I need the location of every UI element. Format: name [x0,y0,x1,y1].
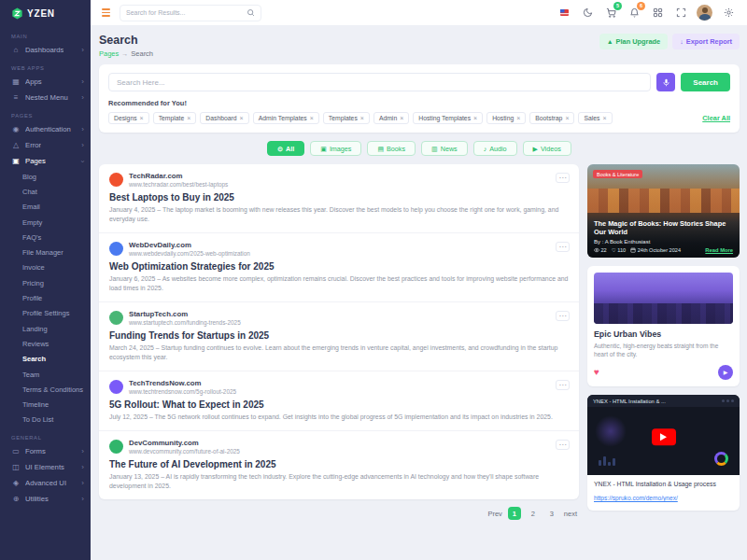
dark-mode-icon[interactable] [580,6,595,21]
filter-button[interactable]: ▶ Videos [523,141,571,156]
sidebar-subitem[interactable]: Team [0,367,91,382]
sidebar-subitem[interactable]: FAQ's [0,230,91,245]
remove-tag-icon[interactable]: × [565,115,569,121]
filter-button[interactable]: ▥ News [421,141,468,156]
menu-toggle-icon[interactable] [102,8,110,17]
result-title[interactable]: Best Laptops to Buy in 2025 [109,192,569,203]
cart-icon[interactable]: 5 [603,6,618,21]
sidebar-item-pages[interactable]: ▣ Pages › [0,153,91,169]
pagination-page[interactable]: 2 [527,507,540,520]
search-icon[interactable] [247,8,255,17]
result-more-button[interactable]: ⋯ [556,173,570,183]
notifications-bell-icon[interactable]: 6 [627,6,641,21]
remove-tag-icon[interactable]: × [140,115,144,121]
result-url[interactable]: www.devcommunity.com/future-of-ai-2025 [129,448,240,455]
user-avatar[interactable] [697,5,712,21]
remove-tag-icon[interactable]: × [187,115,190,121]
result-more-button[interactable]: ⋯ [556,440,570,450]
tag-chip[interactable]: Hosting × [486,112,526,124]
plan-upgrade-button[interactable]: ▲ Plan Upgrade [599,34,669,49]
sidebar-subitem[interactable]: Profile [0,290,91,305]
sidebar-item[interactable]: ◈ Advanced UI › [0,475,91,491]
tag-chip[interactable]: Templates × [323,112,370,124]
remove-tag-icon[interactable]: × [473,115,477,121]
remove-tag-icon[interactable]: × [516,115,520,121]
youtube-play-button[interactable] [652,429,676,446]
sidebar-item[interactable]: ≡ Nested Menu › [0,90,91,105]
sidebar-item[interactable]: ⌂ Dashboards › [0,42,91,58]
video-thumbnail[interactable]: YNEX - HTML Installation & ... [587,395,740,475]
remove-tag-icon[interactable]: × [310,115,314,121]
result-site[interactable]: TechRadar.com [129,172,228,180]
brand[interactable]: YZEN [0,0,91,26]
sidebar-subitem[interactable]: Empty [0,215,91,230]
books-literature-card[interactable]: Books & Literature The Magic of Books: H… [587,164,740,258]
sidebar-item[interactable]: △ Error › [0,137,91,153]
pagination-next[interactable]: next [564,510,577,518]
sidebar-subitem[interactable]: Profile Settings [0,306,91,321]
filter-button[interactable]: ⊙ All [267,141,304,156]
result-title[interactable]: Web Optimization Strategies for 2025 [109,261,569,272]
remove-tag-icon[interactable]: × [240,115,244,121]
sidebar-subitem[interactable]: Pricing [0,275,91,290]
tag-chip[interactable]: Admin Templates × [253,112,319,124]
language-flag-icon[interactable] [557,6,571,21]
result-site[interactable]: TechTrendsNow.com [129,379,236,387]
result-title[interactable]: Funding Trends for Startups in 2025 [109,330,569,341]
category-badge[interactable]: Books & Literature [593,170,642,178]
result-title[interactable]: 5G Rollout: What to Expect in 2025 [109,399,569,410]
search-input[interactable] [108,73,651,91]
tag-chip[interactable]: Sales × [578,112,612,124]
sidebar-item[interactable]: ⊕ Utilities › [0,491,91,507]
export-report-button[interactable]: ↓ Export Report [672,34,740,49]
sidebar-subitem[interactable]: Timeline [0,397,91,412]
breadcrumb-parent[interactable]: Pages [99,49,119,58]
pagination-page[interactable]: 1 [508,507,521,520]
read-more-link[interactable]: Read More [705,247,733,253]
sidebar-subitem[interactable]: Chat [0,184,91,199]
sidebar-item[interactable]: ▭ Forms › [0,443,91,459]
result-more-button[interactable]: ⋯ [556,311,570,321]
sidebar-subitem[interactable]: Reviews [0,336,91,351]
tag-chip[interactable]: Admin × [374,112,409,124]
remove-tag-icon[interactable]: × [400,115,403,121]
sidebar-item[interactable]: ◉ Authentication › [0,121,91,137]
result-url[interactable]: www.techtrendsnow.com/5g-rollout-2025 [129,388,236,395]
tag-chip[interactable]: Designs × [108,112,149,124]
sidebar-subitem[interactable]: To Do List [0,413,91,427]
result-more-button[interactable]: ⋯ [556,380,570,390]
voice-search-button[interactable] [656,73,675,91]
tag-chip[interactable]: Bootstrap × [529,112,574,124]
play-button[interactable]: ▶ [718,365,733,380]
video-link[interactable]: https://spruko.com/demo/ynex/ [594,495,678,501]
result-more-button[interactable]: ⋯ [556,242,570,252]
result-site[interactable]: WebDevDaily.com [129,241,250,249]
sidebar-subitem[interactable]: Search [0,352,91,367]
sidebar-subitem[interactable]: File Manager [0,245,91,259]
result-url[interactable]: www.webdevdaily.com/2025-web-optimizatio… [129,250,250,257]
sidebar-subitem[interactable]: Email [0,200,91,215]
pagination-page[interactable]: 3 [545,507,558,520]
filter-button[interactable]: ♪ Audio [473,141,517,156]
header-search-input[interactable] [126,9,243,16]
remove-tag-icon[interactable]: × [360,115,364,121]
remove-tag-icon[interactable]: × [602,115,606,121]
sidebar-subitem[interactable]: Invoice [0,260,91,275]
search-button[interactable]: Search [681,73,730,91]
result-site[interactable]: DevCommunity.com [129,439,240,447]
filter-button[interactable]: ▣ Images [310,141,361,156]
like-heart-icon[interactable]: ♥ [594,368,599,377]
result-url[interactable]: www.startuptech.com/funding-trends-2025 [129,319,241,326]
fullscreen-icon[interactable] [673,6,688,21]
clear-all-link[interactable]: Clear All [702,114,730,122]
sidebar-subitem[interactable]: Landing [0,321,91,336]
filter-button[interactable]: ▤ Books [367,141,416,156]
tag-chip[interactable]: Template × [153,112,197,124]
settings-gear-icon[interactable] [721,6,736,21]
tag-chip[interactable]: Hosting Templates × [413,112,483,124]
pagination-prev[interactable]: Prev [487,510,501,518]
apps-grid-icon[interactable] [650,6,665,21]
result-site[interactable]: StartupTech.com [129,310,241,318]
sidebar-subitem[interactable]: Blog [0,169,91,184]
sidebar-item[interactable]: ▦ Apps › [0,74,91,90]
